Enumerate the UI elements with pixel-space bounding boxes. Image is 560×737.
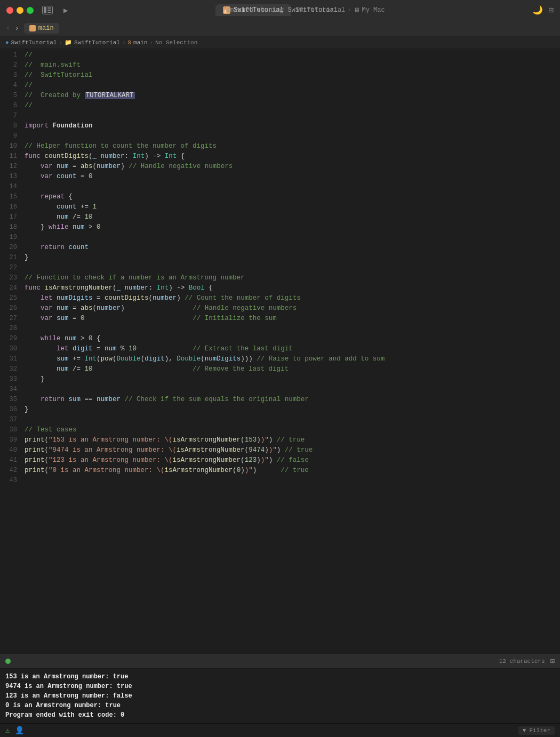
code-line: // Function to check if a number is an A… <box>25 273 560 283</box>
bottom-icons: ⚠ 👤 <box>5 726 24 735</box>
code-line <box>25 111 560 121</box>
console-output-line: 153 is an Armstrong number: true <box>5 672 555 682</box>
code-line <box>25 233 560 243</box>
code-line: } <box>25 374 560 384</box>
line-number: 21 <box>0 253 22 263</box>
line-number: 24 <box>0 283 22 293</box>
code-line <box>25 263 560 273</box>
nav-forward-icon[interactable]: › <box>13 23 20 34</box>
line-number: 40 <box>0 445 22 455</box>
code-line <box>25 182 560 192</box>
code-line: // Test cases <box>25 425 560 435</box>
code-line: var num = abs(number) // Handle negative… <box>25 303 560 314</box>
code-line: // <box>25 50 560 60</box>
code-line: let numDigits = countDigits(number) // C… <box>25 293 560 303</box>
code-line: // Helper function to count the number o… <box>25 141 560 151</box>
sep2: › <box>122 39 126 46</box>
play-button[interactable]: ▶ <box>63 6 68 15</box>
split-icon[interactable]: ⊡ <box>548 5 554 15</box>
code-line: var num = abs(number) // Handle negative… <box>25 162 560 172</box>
console-output: 153 is an Armstrong number: true9474 is … <box>0 669 560 723</box>
nav-buttons: ‹ › <box>4 23 21 34</box>
folder-icon: 📁 <box>65 39 72 46</box>
line-number: 4 <box>0 81 22 91</box>
breadcrumb-part2[interactable]: 📁 SwiftTutorial <box>65 39 120 46</box>
line-number: 28 <box>0 324 22 334</box>
code-line: // Created by TUTORIALKART <box>25 91 560 101</box>
line-number: 6 <box>0 101 22 111</box>
console-output-line: 0 is an Armstrong number: true <box>5 701 555 710</box>
code-line: var sum = 0 // Initialize the sum <box>25 314 560 324</box>
line-number: 37 <box>0 415 22 425</box>
breadcrumb-part1[interactable]: ● SwiftTutorial <box>5 39 57 46</box>
char-count: 12 characters <box>499 658 545 664</box>
sep1: › <box>59 39 62 46</box>
line-number: 8 <box>0 121 22 131</box>
filter-section[interactable]: ▼ Filter <box>518 726 555 735</box>
line-number: 25 <box>0 293 22 303</box>
code-line: count += 1 <box>25 202 560 212</box>
code-line: print("153 is an Armstrong number: \(isA… <box>25 435 560 445</box>
bottom-bar: ⚠ 👤 ▼ Filter <box>0 723 560 737</box>
console-output-line: 123 is an Armstrong number: false <box>5 691 555 701</box>
line-number: 43 <box>0 476 22 486</box>
line-numbers: 1234567891011121314151617181920212223242… <box>0 49 22 654</box>
line-number: 1 <box>0 50 22 60</box>
xcode-icon: ● <box>5 39 9 46</box>
code-line: num /= 10 <box>25 212 560 222</box>
warning-icon: ⚠ <box>5 726 10 735</box>
line-number: 33 <box>0 374 22 384</box>
line-number: 5 <box>0 91 22 101</box>
console-status-icon <box>5 659 11 664</box>
line-number: 15 <box>0 192 22 202</box>
line-number: 26 <box>0 303 22 314</box>
code-line: num /= 10 // Remove the last digit <box>25 364 560 374</box>
swift-icon: S <box>127 39 131 46</box>
line-number: 42 <box>0 466 22 476</box>
nav-back-icon[interactable]: ‹ <box>4 23 12 34</box>
line-number: 41 <box>0 455 22 466</box>
code-line <box>25 384 560 395</box>
line-number: 11 <box>0 151 22 162</box>
line-number: 18 <box>0 222 22 233</box>
line-number: 22 <box>0 263 22 273</box>
code-line: return count <box>25 243 560 253</box>
line-number: 12 <box>0 162 22 172</box>
code-content[interactable]: //// main.swift// SwiftTutorial//// Crea… <box>22 49 560 654</box>
toolbar: ‹ › main <box>0 20 560 36</box>
code-line: var count = 0 <box>25 172 560 182</box>
console-bar: 12 characters ⊡ <box>0 654 560 669</box>
code-line: } <box>25 253 560 263</box>
title-status: Finished running SwiftTutorial <box>222 6 338 14</box>
code-line: repeat { <box>25 192 560 202</box>
file-tab-label: main <box>38 25 54 32</box>
moon-icon[interactable]: 🌙 <box>532 5 543 15</box>
sep3: › <box>150 39 154 46</box>
line-number: 14 <box>0 182 22 192</box>
line-number: 29 <box>0 334 22 344</box>
breadcrumb-mac-label: My Mac <box>362 6 385 14</box>
line-number: 2 <box>0 60 22 70</box>
person-icon: 👤 <box>15 726 24 735</box>
swift-file-icon <box>29 25 36 31</box>
title-bar: ▶ S SwiftTutorial SwiftTutorial › 🖥 My M… <box>0 0 560 20</box>
close-button[interactable] <box>6 7 13 14</box>
svg-rect-1 <box>47 7 51 9</box>
filter-icon: ▼ <box>523 727 526 734</box>
breadcrumb-tab2: 🖥 <box>354 6 360 14</box>
line-number: 30 <box>0 344 22 354</box>
line-number: 3 <box>0 70 22 81</box>
console-expand-icon[interactable]: ⊡ <box>550 656 555 666</box>
line-number: 16 <box>0 202 22 212</box>
svg-rect-0 <box>44 7 46 13</box>
minimize-button[interactable] <box>17 7 23 14</box>
line-number: 35 <box>0 395 22 405</box>
breadcrumb-part3[interactable]: S main <box>127 39 147 46</box>
line-number: 7 <box>0 111 22 121</box>
code-line: print("9474 is an Armstrong number: \(is… <box>25 445 560 455</box>
maximize-button[interactable] <box>27 7 34 14</box>
line-number: 10 <box>0 141 22 151</box>
file-tab-main[interactable]: main <box>24 23 59 34</box>
svg-rect-2 <box>47 10 51 11</box>
sidebar-toggle-icon[interactable] <box>42 6 53 14</box>
